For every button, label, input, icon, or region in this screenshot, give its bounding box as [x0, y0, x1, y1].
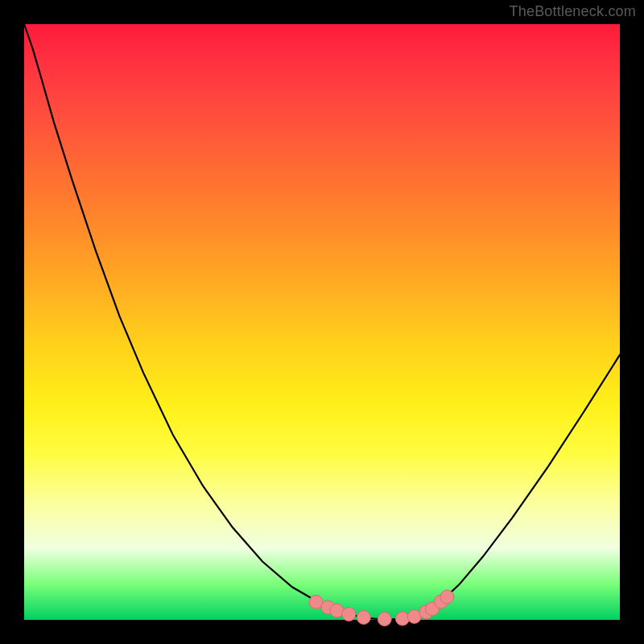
curve-layer [24, 24, 620, 620]
marker-dot [440, 590, 454, 604]
marker-dot [395, 612, 409, 625]
marker-dot [357, 611, 370, 625]
marker-dot [342, 607, 356, 621]
curve-markers [309, 590, 454, 626]
chart-frame: TheBottleneck.com [0, 0, 644, 644]
marker-dot [378, 613, 391, 626]
bottleneck-curve [24, 24, 620, 619]
plot-area [24, 24, 620, 620]
watermark-text: TheBottleneck.com [510, 3, 636, 20]
